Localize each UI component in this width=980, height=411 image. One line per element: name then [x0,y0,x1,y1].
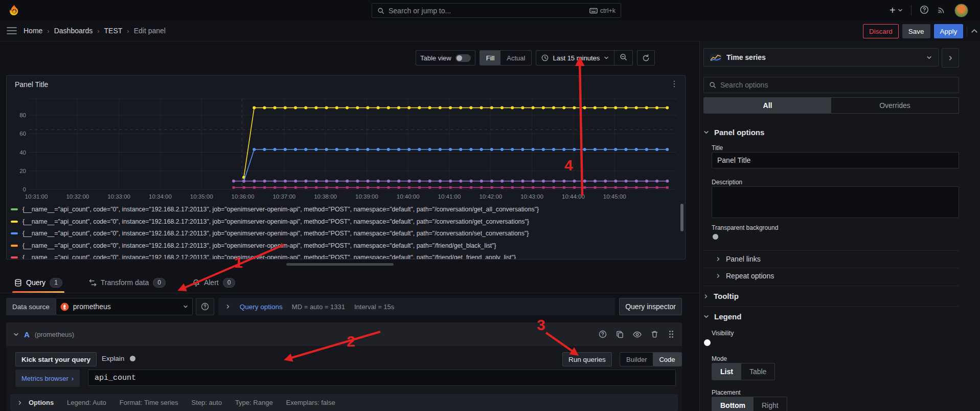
legend-item[interactable]: {__name__="api_count", code="0", instanc… [11,204,675,215]
hamburger-icon [7,27,17,35]
search-options-input[interactable]: Search options [703,77,959,93]
legend-item[interactable]: {__name__="api_count", code="0", instanc… [11,252,675,259]
query-options-link[interactable]: Query options [240,303,283,311]
breadcrumb-dashboard-name[interactable]: TEST [104,27,123,35]
rss-icon [937,5,946,14]
svg-text:10:41:00: 10:41:00 [438,193,461,200]
collapse-chevron-icon[interactable] [13,332,19,337]
datasource-picker[interactable]: prometheus [56,298,193,315]
timeseries-chart[interactable]: 02040608010:31:0010:32:0010:33:0010:34:0… [7,76,685,204]
legend-item[interactable]: {__name__="api_count", code="0", instanc… [11,228,675,239]
tab-alert[interactable]: Alert 0 [190,272,237,293]
code-option[interactable]: Code [653,353,681,366]
zoom-out-time-button[interactable] [614,53,632,62]
bell-icon [192,279,200,287]
help-button[interactable] [920,5,929,16]
query-count-badge: 1 [50,278,62,288]
tab-all[interactable]: All [704,98,831,113]
help-icon [201,302,209,311]
query-row-header[interactable]: A (prometheus) [6,322,682,346]
time-range-picker[interactable]: Last 15 minutes [536,54,614,62]
svg-text:10:36:00: 10:36:00 [232,193,255,200]
apply-button[interactable]: Apply [934,24,964,38]
duplicate-query-icon[interactable] [616,330,624,338]
tab-transform-data[interactable]: Transform data 0 [87,272,168,293]
datasource-value: prometheus [73,302,179,311]
chevron-right-icon [716,256,721,262]
chevron-right: › [72,375,74,382]
legend-series-swatch [11,221,18,223]
breadcrumb-dashboards[interactable]: Dashboards [54,27,93,35]
query-options-strip[interactable]: Options Legend: Auto Format: Time series… [10,394,678,411]
panel-title-input[interactable]: Panel Title [712,152,959,168]
breadcrumb: Home › Dashboards › TEST › Edit panel [24,20,166,41]
actual-option[interactable]: Actual [500,51,531,65]
transparent-background-label: Transparent background [712,224,778,231]
description-textarea[interactable] [712,186,959,218]
run-queries-button[interactable]: Run queries [562,352,612,366]
legend-item[interactable]: {__name__="api_count", code="0", instanc… [11,240,675,251]
legend-series-label: {__name__="api_count", code="0", instanc… [22,242,496,249]
section-panel-links[interactable]: Panel links [716,255,761,263]
collapse-options-pane-button[interactable] [942,48,959,68]
shortcut-hint: ctrl+k [589,7,616,14]
delete-query-trash-icon[interactable] [651,330,658,338]
legend-scrollbar[interactable] [680,204,683,231]
metrics-browser-button[interactable]: Metrics browser › [15,370,80,387]
main-menu-button[interactable] [7,27,17,36]
datasource-help-button[interactable] [196,298,214,315]
mode-list-option[interactable]: List [712,363,741,380]
fill-option[interactable]: Fill [480,51,501,65]
query-ref-id: A [24,330,30,339]
mode-table-option[interactable]: Table [741,363,774,380]
chevron-down-icon [703,314,709,319]
section-legend[interactable]: Legend [703,312,741,321]
svg-text:10:35:00: 10:35:00 [190,193,213,200]
global-search-input[interactable]: Search or jump to... ctrl+k [372,3,621,18]
query-inspector-button[interactable]: Query inspector [619,298,682,315]
plus-icon: + [890,5,896,16]
svg-text:10:32:00: 10:32:00 [66,193,89,200]
grafana-edit-panel-screen: Search or jump to... ctrl+k + [0,0,980,411]
divider [703,306,959,307]
toggle-visibility-eye-icon[interactable] [633,331,642,338]
divider [967,26,967,36]
news-button[interactable] [937,5,946,16]
search-placeholder: Search or jump to... [389,7,585,15]
new-menu-button[interactable]: + [890,5,903,16]
table-view-toggle[interactable] [455,54,471,62]
tab-query[interactable]: Query 1 [12,272,64,293]
collapse-header-chevron-up-icon[interactable] [971,28,978,35]
legend-series-swatch [11,232,18,234]
grafana-logo-icon[interactable] [8,4,20,18]
visualization-picker[interactable]: Time series [703,48,939,67]
query-help-icon[interactable] [599,330,607,338]
svg-text:0: 0 [23,186,26,192]
explain-label: Explain [102,355,124,362]
section-tooltip[interactable]: Tooltip [703,292,739,300]
refresh-button[interactable] [637,50,655,66]
pane-resize-handle[interactable] [286,263,394,266]
chevron-right-icon [716,273,721,278]
discard-button[interactable]: Discard [863,24,899,38]
placement-right-option[interactable]: Right [754,397,787,411]
tab-overrides[interactable]: Overrides [831,98,959,113]
user-avatar[interactable] [954,4,968,17]
time-range-label: Last 15 minutes [553,54,600,62]
help-icon [920,5,929,14]
divider [703,268,959,268]
save-button[interactable]: Save [902,24,930,38]
placement-bottom-option[interactable]: Bottom [712,397,754,411]
builder-option[interactable]: Builder [620,353,653,366]
option-legend: Legend: Auto [67,399,106,406]
svg-text:60: 60 [19,131,26,137]
promql-expression-input[interactable]: api_count [88,370,676,386]
transform-count-badge: 0 [153,278,166,288]
breadcrumb-home[interactable]: Home [24,27,42,35]
kick-start-query-button[interactable]: Kick start your query [15,352,97,366]
section-repeat-options[interactable]: Repeat options [716,272,774,280]
drag-handle-icon[interactable] [668,330,675,338]
section-panel-options[interactable]: Panel options [703,128,764,137]
database-icon [14,279,22,287]
legend-item[interactable]: {__name__="api_count", code="0", instanc… [11,216,675,227]
